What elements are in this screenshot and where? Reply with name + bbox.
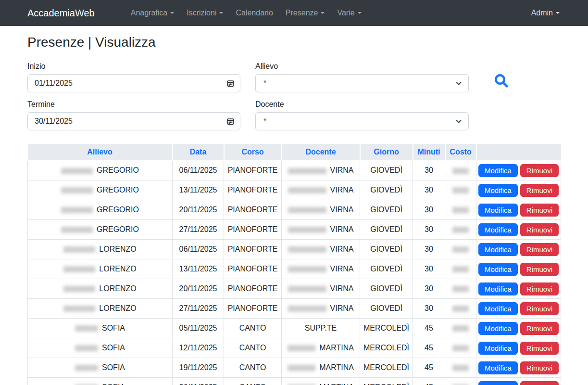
rimuovi-button[interactable]: Rimuovi [520,243,559,256]
cell-costo [445,279,476,299]
cell-costo [445,358,476,378]
modifica-button[interactable]: Modifica [478,243,518,256]
cell-data: 06/11/2025 [173,161,224,180]
column-header-minuti: Minuti [413,144,445,161]
cell-docente: VIRNA [282,259,360,279]
rimuovi-button[interactable]: Rimuovi [520,342,559,355]
nav-item-presenze[interactable]: Presenze [279,5,331,21]
cell-minuti: 45 [413,378,445,385]
cell-allievo: SOFIA [28,378,173,385]
cell-docente: VIRNA [282,220,360,240]
column-header-costo: Costo [445,144,476,161]
cell-docente: VIRNA [282,279,360,299]
cell-giorno: GIOVEDÌ [360,299,413,319]
redacted-cost [452,227,469,233]
modifica-button[interactable]: Modifica [478,282,518,295]
nav-item-varie[interactable]: Varie [331,5,367,21]
rimuovi-button[interactable]: Rimuovi [520,361,559,374]
redacted-surname [288,345,315,351]
redacted-surname [61,227,93,233]
termine-date-input[interactable] [27,112,240,130]
search-icon [493,73,509,89]
cell-giorno: MERCOLEDÌ [360,338,413,358]
cell-allievo: GREGORIO [28,200,173,220]
docente-label: Docente [255,100,469,109]
cell-minuti: 30 [413,180,445,200]
rimuovi-button[interactable]: Rimuovi [520,204,559,217]
cell-minuti: 30 [413,279,445,299]
table-row: GREGORIO 06/11/2025 PIANOFORTE VIRNA GIO… [28,161,561,180]
redacted-surname [63,246,95,253]
modifica-button[interactable]: Modifica [478,302,518,315]
table-row: GREGORIO 27/11/2025 PIANOFORTE VIRNA GIO… [28,220,561,240]
nav-item-anagrafica[interactable]: Anagrafica [125,5,181,21]
cell-giorno: MERCOLEDÌ [360,358,413,378]
allievo-select[interactable]: * [255,74,469,92]
redacted-surname [288,207,326,213]
filters-panel: Inizio Allievo * [27,62,561,130]
nav-item-calendario[interactable]: Calendario [229,5,279,21]
modifica-button[interactable]: Modifica [478,263,518,276]
docente-select[interactable]: * [255,112,469,130]
admin-label: Admin [531,9,553,17]
rimuovi-button[interactable]: Rimuovi [520,381,559,385]
column-header-giorno: Giorno [360,144,413,161]
rimuovi-button[interactable]: Rimuovi [520,282,559,295]
rimuovi-button[interactable]: Rimuovi [520,302,559,315]
rimuovi-button[interactable]: Rimuovi [520,263,559,276]
cell-minuti: 30 [413,299,445,319]
cell-actions: ModificaRimuovi [476,338,561,358]
rimuovi-button[interactable]: Rimuovi [520,184,559,197]
redacted-cost [452,286,469,292]
cell-minuti: 45 [413,358,445,378]
cell-corso: PIANOFORTE [224,161,282,180]
cell-docente: VIRNA [282,240,360,259]
modifica-button[interactable]: Modifica [478,223,518,236]
search-button[interactable] [492,72,510,90]
calendar-icon[interactable] [226,79,235,87]
cell-actions: ModificaRimuovi [476,319,561,338]
modifica-button[interactable]: Modifica [478,322,518,335]
redacted-surname [75,325,98,332]
docente-selected-value: * [263,117,266,126]
nav-item-admin[interactable]: Admin [525,5,561,21]
cell-allievo: LORENZO [28,240,173,259]
navbar: AccademiaWeb Anagrafica Iscrizioni Calen… [0,0,588,26]
modifica-button[interactable]: Modifica [478,204,518,217]
cell-actions: ModificaRimuovi [476,220,561,240]
cell-data: 13/11/2025 [173,259,224,279]
cell-minuti: 30 [413,161,445,180]
cell-docente: VIRNA [282,200,360,220]
cell-actions: ModificaRimuovi [476,200,561,220]
field-allievo: Allievo * [255,62,469,92]
table-header-row: AllievoDataCorsoDocenteGiornoMinutiCosto [28,144,561,161]
redacted-surname [288,246,326,253]
cell-docente: VIRNA [282,299,360,319]
modifica-button[interactable]: Modifica [478,184,518,197]
calendar-icon[interactable] [226,117,235,125]
cell-actions: ModificaRimuovi [476,358,561,378]
redacted-surname [288,266,326,272]
cell-minuti: 30 [413,220,445,240]
rimuovi-button[interactable]: Rimuovi [520,322,559,335]
rimuovi-button[interactable]: Rimuovi [520,164,559,177]
modifica-button[interactable]: Modifica [478,342,518,355]
modifica-button[interactable]: Modifica [478,164,518,177]
cell-corso: PIANOFORTE [224,200,282,220]
nav-item-iscrizioni[interactable]: Iscrizioni [180,5,229,21]
rimuovi-button[interactable]: Rimuovi [520,223,559,236]
cell-corso: PIANOFORTE [224,220,282,240]
cell-actions: ModificaRimuovi [476,279,561,299]
page-title: Presenze | Visualizza [27,34,561,51]
cell-giorno: GIOVEDÌ [360,240,413,259]
redacted-cost [452,246,469,253]
modifica-button[interactable]: Modifica [478,381,518,385]
cell-giorno: GIOVEDÌ [360,180,413,200]
redacted-cost [452,207,469,213]
cell-minuti: 45 [413,319,445,338]
chevron-down-icon [358,12,362,14]
inizio-date-input[interactable] [27,74,240,92]
modifica-button[interactable]: Modifica [478,361,518,374]
brand-accademiaweb[interactable]: AccademiaWeb [27,8,95,19]
nav-menu: Anagrafica Iscrizioni Calendario Presenz… [125,5,368,21]
